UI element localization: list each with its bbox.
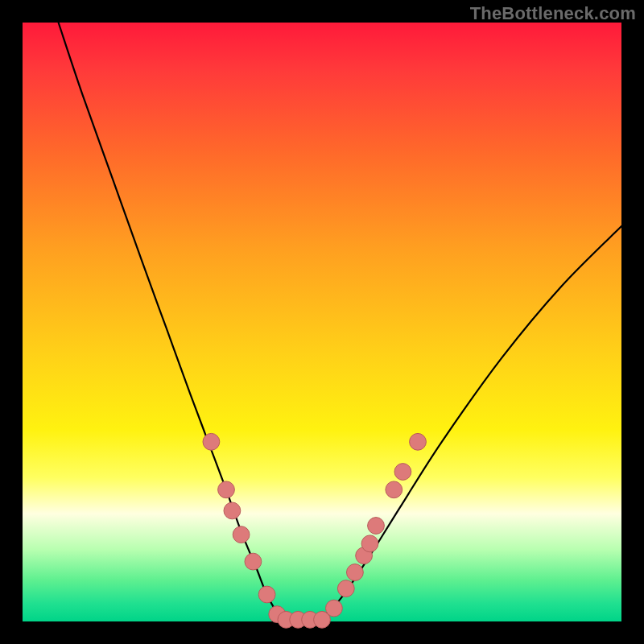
curve-marker xyxy=(394,464,411,481)
curve-marker xyxy=(410,433,427,450)
curve-marker xyxy=(258,586,275,603)
curve-marker xyxy=(347,564,364,581)
curve-marker xyxy=(326,600,343,617)
curve-marker xyxy=(224,502,241,519)
watermark-text: TheBottleneck.com xyxy=(470,3,636,24)
curve-marker xyxy=(233,526,250,543)
chart-svg xyxy=(23,23,621,621)
curve-marker xyxy=(368,518,385,535)
curve-marker xyxy=(337,580,354,597)
curve-marker xyxy=(203,433,220,450)
curve-marker xyxy=(361,535,378,552)
bottleneck-curve xyxy=(59,23,621,622)
marker-group xyxy=(203,433,426,628)
curve-marker xyxy=(218,481,235,498)
curve-marker xyxy=(386,481,402,498)
curve-marker xyxy=(245,553,262,570)
